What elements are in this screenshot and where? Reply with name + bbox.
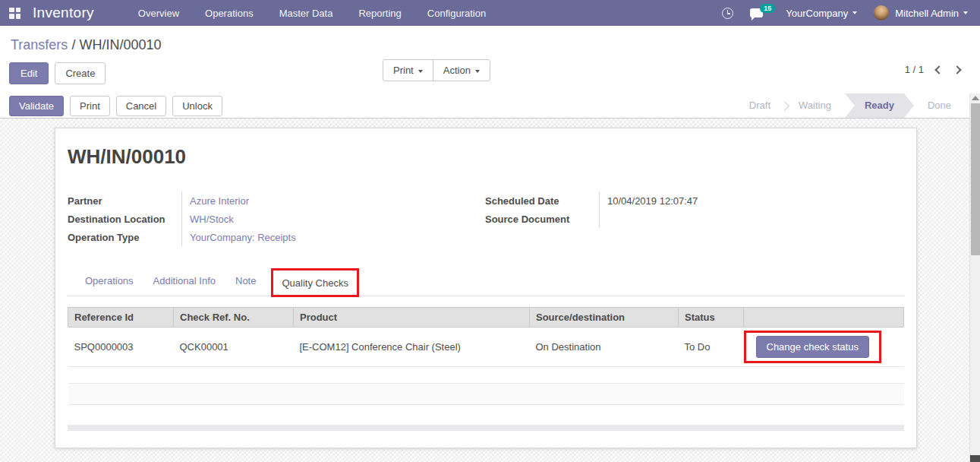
caret-down-icon xyxy=(475,70,480,73)
action-dropdown[interactable]: Action xyxy=(433,59,490,81)
source-document-label: Source Document xyxy=(485,214,599,225)
column-header-product[interactable]: Product xyxy=(294,308,530,328)
company-name: YourCompany xyxy=(786,8,848,19)
tab-quality-checks[interactable]: Quality Checks xyxy=(282,277,348,289)
company-switcher[interactable]: YourCompany xyxy=(786,8,857,19)
quality-checks-highlight-box: Quality Checks xyxy=(271,268,358,297)
nav-menu-overview[interactable]: Overview xyxy=(138,8,179,19)
caret-down-icon xyxy=(418,70,423,73)
form-sheet: WH/IN/00010 Partner Azure Interior Desti… xyxy=(55,128,917,448)
change-check-status-button[interactable]: Change check status xyxy=(756,336,869,358)
user-name: Mitchell Admin xyxy=(895,8,959,19)
breadcrumb-transfers-link[interactable]: Transfers xyxy=(11,37,68,52)
empty-row xyxy=(68,384,904,405)
notebook-tabs: Operations Additional Info Note Quality … xyxy=(68,266,904,296)
caret-down-icon xyxy=(852,11,857,14)
table-header-row: Reference Id Check Ref. No. Product Sour… xyxy=(68,308,904,328)
pager-previous-icon[interactable] xyxy=(934,65,943,74)
field-partner: Partner Azure Interior xyxy=(68,191,485,210)
caret-down-icon xyxy=(963,11,968,14)
tab-operations[interactable]: Operations xyxy=(75,275,143,286)
empty-row xyxy=(68,405,904,425)
form-statusbar: Validate Print Cancel Unlock Draft Waiti… xyxy=(0,93,980,119)
field-scheduled-date: Scheduled Date 10/04/2019 12:07:47 xyxy=(485,191,904,210)
cell-check-ref-no[interactable]: QCK00001 xyxy=(174,328,294,367)
destination-location-value-link[interactable]: WH/Stock xyxy=(181,210,485,228)
print-button[interactable]: Print xyxy=(70,96,110,116)
activities-clock-icon[interactable] xyxy=(722,8,733,19)
state-ready[interactable]: Ready xyxy=(845,93,914,118)
nav-menu-configuration[interactable]: Configuration xyxy=(427,8,486,19)
print-action-group: Print Action xyxy=(383,59,490,81)
pager-next-icon[interactable] xyxy=(953,65,961,74)
empty-row xyxy=(68,367,904,384)
column-header-check-ref-no[interactable]: Check Ref. No. xyxy=(174,308,294,328)
column-header-reference-id[interactable]: Reference Id xyxy=(68,308,174,328)
apps-menu-icon[interactable] xyxy=(9,8,20,19)
cell-status[interactable]: To Do xyxy=(679,328,744,367)
table-row[interactable]: SPQ0000003 QCK00001 [E-COM12] Conference… xyxy=(68,328,904,367)
partner-value-link[interactable]: Azure Interior xyxy=(181,191,485,210)
unlock-button[interactable]: Unlock xyxy=(172,96,222,116)
cell-source-destination[interactable]: On Destination xyxy=(530,328,679,367)
nav-menu-operations[interactable]: Operations xyxy=(205,8,254,19)
field-groups: Partner Azure Interior Destination Locat… xyxy=(68,191,904,246)
field-group-left: Partner Azure Interior Destination Locat… xyxy=(68,191,485,246)
column-header-actions xyxy=(744,308,904,328)
scheduled-date-label: Scheduled Date xyxy=(485,195,599,207)
table-footer-bar xyxy=(68,425,904,431)
partner-label: Partner xyxy=(68,195,181,207)
operation-type-label: Operation Type xyxy=(68,232,181,243)
cell-product[interactable]: [E-COM12] Conference Chair (Steel) xyxy=(294,328,530,367)
change-check-status-highlight-box: Change check status xyxy=(744,331,881,363)
cell-action: Change check status xyxy=(744,328,904,367)
app-title[interactable]: Inventory xyxy=(33,5,94,21)
control-panel-buttons: Edit Create Print Action 1 / 1 xyxy=(0,56,980,90)
destination-location-label: Destination Location xyxy=(68,214,181,225)
pager-value: 1 / 1 xyxy=(905,64,924,75)
form-view-background: WH/IN/00010 Partner Azure Interior Desti… xyxy=(0,119,980,462)
validate-button[interactable]: Validate xyxy=(9,96,64,116)
cancel-button[interactable]: Cancel xyxy=(116,96,166,116)
nav-menus: Overview Operations Master Data Reportin… xyxy=(138,8,486,19)
state-waiting[interactable]: Waiting xyxy=(785,93,845,118)
column-header-source-destination[interactable]: Source/destination xyxy=(530,308,679,328)
tab-note[interactable]: Note xyxy=(225,275,266,286)
source-document-value xyxy=(599,210,904,228)
quality-checks-table: Reference Id Check Ref. No. Product Sour… xyxy=(68,307,904,425)
tab-additional-info[interactable]: Additional Info xyxy=(143,275,225,286)
vertical-scrollbar[interactable] xyxy=(969,93,980,462)
user-menu[interactable]: Mitchell Admin xyxy=(895,8,968,19)
breadcrumb-separator: / xyxy=(71,37,75,52)
nav-menu-reporting[interactable]: Reporting xyxy=(358,8,401,19)
field-operation-type: Operation Type YourCompany: Receipts xyxy=(68,228,485,246)
cell-reference-id[interactable]: SPQ0000003 xyxy=(68,328,174,367)
control-panel: Transfers / WH/IN/00010 Edit Create Prin… xyxy=(0,26,980,93)
messages-menu[interactable]: 15 xyxy=(750,8,763,17)
top-navbar: Inventory Overview Operations Master Dat… xyxy=(0,0,980,26)
create-button[interactable]: Create xyxy=(55,62,106,84)
column-header-status[interactable]: Status xyxy=(679,308,744,328)
odoo-screen: Inventory Overview Operations Master Dat… xyxy=(0,0,980,462)
edit-button[interactable]: Edit xyxy=(9,62,49,84)
state-draft[interactable]: Draft xyxy=(736,93,784,118)
user-avatar[interactable] xyxy=(874,5,889,21)
state-done[interactable]: Done xyxy=(914,93,965,118)
messages-count-badge: 15 xyxy=(760,4,775,13)
record-title: WH/IN/00010 xyxy=(68,145,904,169)
nav-menu-master-data[interactable]: Master Data xyxy=(279,8,333,19)
scrollbar-thumb[interactable] xyxy=(971,103,980,255)
field-source-document: Source Document xyxy=(485,210,904,228)
status-pipeline: Draft Waiting Ready Done xyxy=(736,93,965,118)
print-dropdown[interactable]: Print xyxy=(383,59,433,81)
pager: 1 / 1 xyxy=(905,64,960,75)
field-group-right: Scheduled Date 10/04/2019 12:07:47 Sourc… xyxy=(485,191,904,246)
operation-type-value-link[interactable]: YourCompany: Receipts xyxy=(181,228,485,246)
field-destination-location: Destination Location WH/Stock xyxy=(68,210,485,228)
navbar-right: 15 YourCompany Mitchell Admin xyxy=(722,5,968,21)
scroll-up-arrow-icon[interactable] xyxy=(972,96,979,100)
scrollbar-corner xyxy=(970,455,980,462)
scheduled-date-value: 10/04/2019 12:07:47 xyxy=(599,191,904,210)
breadcrumb: Transfers / WH/IN/00010 xyxy=(0,26,980,53)
breadcrumb-current: WH/IN/00010 xyxy=(79,37,161,52)
